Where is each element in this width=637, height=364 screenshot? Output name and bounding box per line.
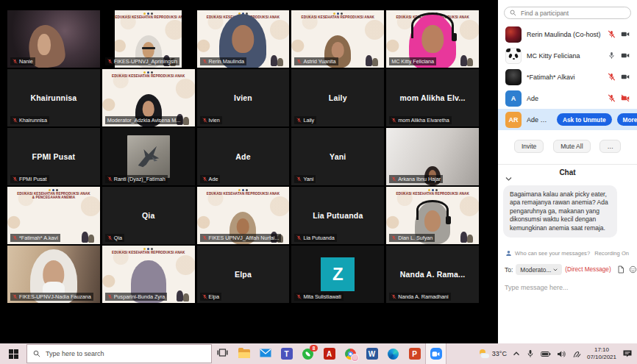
logo-dot bbox=[56, 189, 58, 191]
participant-row-ade-ry[interactable]: ARAde Ry...Ask to UnmuteMore > bbox=[498, 109, 637, 130]
participant-row-rerin-maulinda-co-host[interactable]: Rerin Maulinda (Co-host) bbox=[498, 24, 637, 45]
video-tile-ade[interactable]: AdeAde bbox=[197, 128, 290, 185]
video-tile-elpa[interactable]: ElpaElpa bbox=[197, 246, 290, 303]
search-input[interactable] bbox=[519, 9, 625, 18]
system-tray: 33°C 17:10 07/10/2021 bbox=[479, 346, 637, 362]
acrobat-app-button[interactable]: A bbox=[318, 343, 340, 364]
invite-button[interactable]: Invite bbox=[514, 140, 544, 153]
video-tile-fikes-upnvj-afifah-nurfai[interactable]: EDUKASI KESEHATAN REPRODUKSI ANAKFIKES U… bbox=[197, 187, 290, 244]
face-shape bbox=[38, 34, 50, 55]
video-tile-fatimah-a-kavi[interactable]: EDUKASI KESEHATAN REPRODUKSI ANAK& PENCE… bbox=[7, 187, 100, 244]
event-banner: EDUKASI KESEHATAN REPRODUKSI ANAK bbox=[197, 189, 290, 196]
name-label-text: Khairunnisa bbox=[19, 118, 47, 124]
task-view-app-button[interactable] bbox=[212, 343, 233, 364]
name-label-text: Arkana Ibnu Hajar bbox=[398, 176, 441, 182]
tray-pen-icon[interactable] bbox=[572, 350, 581, 358]
avatar bbox=[505, 69, 522, 85]
taskbar-search[interactable]: Type here to search bbox=[26, 344, 212, 363]
video-tile-lia-putuanda[interactable]: Lia PutuandaLia Putuanda bbox=[291, 187, 384, 244]
face-shape bbox=[237, 218, 249, 235]
participant-row-ade[interactable]: AAde bbox=[498, 88, 637, 109]
muted-mic-icon bbox=[296, 176, 302, 182]
name-label-text: Ranti (Dyaz)_Fatimah bbox=[114, 176, 166, 182]
mute-all-button[interactable]: Mute All bbox=[553, 140, 590, 153]
message-input[interactable]: Type message here... bbox=[498, 284, 637, 291]
word-app-button[interactable]: W bbox=[361, 343, 382, 364]
banner-text-line2: & PENCEGAHAN ANEMIA bbox=[7, 196, 100, 199]
teams-app-button[interactable]: T bbox=[276, 343, 297, 364]
video-tile-astrid-yuanita[interactable]: EDUKASI KESEHATAN REPRODUKSI ANAKAstrid … bbox=[291, 10, 384, 68]
video-tile-laily[interactable]: LailyLaily bbox=[291, 69, 384, 126]
video-tile-rerin-maulinda[interactable]: EDUKASI KESEHATAN REPRODUKSI ANAKRerin M… bbox=[197, 10, 290, 68]
video-tile-mom-alikha-elvaretha[interactable]: mom Alikha Elv...mom Alikha Elvaretha bbox=[386, 69, 479, 126]
edge-app-button[interactable] bbox=[382, 343, 404, 364]
participants-actions: InviteMute All… bbox=[498, 140, 637, 153]
ask-to-unmute-button[interactable]: Ask to Unmute bbox=[557, 113, 612, 126]
mail-app-button[interactable] bbox=[255, 343, 276, 364]
family-illustration bbox=[266, 53, 285, 66]
logo-dot bbox=[341, 13, 343, 15]
video-tile-khairunnisa[interactable]: KhairunnisaKhairunnisa bbox=[7, 69, 100, 126]
headset-shape bbox=[411, 13, 454, 38]
direct-message-label: (Direct Message) bbox=[565, 266, 611, 273]
video-tile-yani[interactable]: YaniYani bbox=[291, 128, 384, 185]
tray-speaker-icon[interactable] bbox=[557, 350, 566, 358]
name-label: Mita Sulistiawati bbox=[294, 293, 344, 301]
-button[interactable]: … bbox=[599, 140, 621, 153]
emoji-icon[interactable] bbox=[629, 263, 637, 276]
name-label: Astrid Yuanita bbox=[294, 57, 338, 65]
logo-dot bbox=[337, 13, 339, 15]
participant-row-fatimah-alkavi[interactable]: *Fatimah* Alkavi bbox=[498, 66, 637, 88]
name-label-text: FIKES UPNVJ_Afifah Nurfai... bbox=[209, 235, 280, 241]
name-label-text: Qia bbox=[114, 235, 122, 241]
name-label-text: mom Alikha Elvaretha bbox=[398, 118, 449, 124]
video-tile-qia[interactable]: QiaQia bbox=[102, 187, 195, 244]
name-label: Ivien bbox=[200, 116, 222, 124]
logo-dot bbox=[151, 13, 153, 15]
weather-widget[interactable]: 33°C bbox=[479, 349, 507, 358]
muted-mic-icon bbox=[107, 294, 113, 299]
video-tile-pusparini-bunda-zyra[interactable]: EDUKASI KESEHATAN REPRODUKSI ANAKPuspari… bbox=[102, 246, 195, 303]
tray-microphone-icon[interactable] bbox=[526, 349, 535, 358]
name-label-text: Elpa bbox=[209, 294, 219, 300]
taskbar-clock[interactable]: 17:10 07/10/2021 bbox=[587, 346, 616, 362]
tray-battery-icon[interactable] bbox=[541, 350, 551, 358]
video-tile-mita-sulistiawati[interactable]: ZMita Sulistiawati bbox=[291, 246, 384, 303]
video-gallery: NanieEDUKASI KESEHATAN REPRODUKSI ANAKFI… bbox=[0, 0, 498, 343]
participant-search[interactable] bbox=[504, 7, 631, 19]
taskbar-search-placeholder: Type here to search bbox=[46, 350, 104, 357]
video-tile-mc-kitty-feliciana[interactable]: EDUKASI KESEHATAN REPRODUKSI ANAKMC Kitt… bbox=[386, 10, 479, 68]
video-tile-arkana-ibnu-hajar[interactable]: Arkana Ibnu Hajar bbox=[386, 128, 479, 185]
name-label-text: FIKES-UPNVJ_Apriningsih bbox=[114, 59, 177, 65]
muted-mic-icon bbox=[202, 59, 207, 64]
whatsapp-app-button[interactable]: 8 bbox=[297, 343, 318, 364]
search-icon bbox=[510, 10, 516, 16]
name-label: MC Kitty Feliciana bbox=[389, 57, 436, 65]
video-tile-fikes-upnvj-apriningsih[interactable]: EDUKASI KESEHATAN REPRODUKSI ANAKFIKES-U… bbox=[102, 10, 195, 68]
tray-chevron-up-icon[interactable] bbox=[513, 351, 520, 357]
start-button[interactable] bbox=[0, 343, 26, 364]
video-tile-nanie[interactable]: Nanie bbox=[7, 10, 100, 68]
video-tile-moderator-adzkia-avisena-m[interactable]: EDUKASI KESEHATAN REPRODUKSI ANAKModerat… bbox=[102, 69, 195, 126]
video-tile-ranti-dyaz-fatimah[interactable]: Ranti (Dyaz)_Fatimah bbox=[102, 128, 195, 185]
name-label-text: Ade bbox=[209, 176, 218, 182]
video-tile-fikes-upnvj-nadia-fauzana[interactable]: FIKES-UPNVJ-Nadia Fauzana bbox=[7, 246, 100, 303]
participant-row-mc-kitty-feliciana[interactable]: MC Kitty Feliciana bbox=[498, 45, 637, 66]
video-tile-fpmi-pusat[interactable]: FPMI PusatFPMI Pusat bbox=[7, 128, 100, 185]
participant-name: Ade Ry... bbox=[527, 116, 552, 124]
powerpoint-app-button[interactable]: P bbox=[404, 343, 425, 364]
zoom-app-button[interactable] bbox=[425, 343, 446, 364]
action-center-icon[interactable] bbox=[622, 349, 633, 358]
attach-file-icon[interactable] bbox=[617, 263, 624, 276]
video-tile-nanda-a-ramadhani[interactable]: Nanda A. Rama...Nanda A. Ramadhani bbox=[386, 246, 479, 303]
video-tile-dian-l-sufyan[interactable]: EDUKASI KESEHATAN REPRODUKSI ANAKDian L.… bbox=[386, 187, 479, 244]
recipient-dropdown[interactable]: Moderato... bbox=[516, 264, 562, 275]
video-tile-ivien[interactable]: IvienIvien bbox=[197, 69, 290, 126]
more-button[interactable]: More > bbox=[617, 113, 637, 126]
name-label-text: Rerin Maulinda bbox=[209, 59, 244, 65]
chrome-app-button[interactable] bbox=[340, 343, 361, 364]
name-label-text: Nanie bbox=[19, 59, 33, 65]
jet-avatar bbox=[127, 135, 170, 178]
banner-text: EDUKASI KESEHATAN REPRODUKSI ANAK bbox=[197, 192, 290, 196]
file-explorer-app-button[interactable] bbox=[233, 343, 255, 364]
